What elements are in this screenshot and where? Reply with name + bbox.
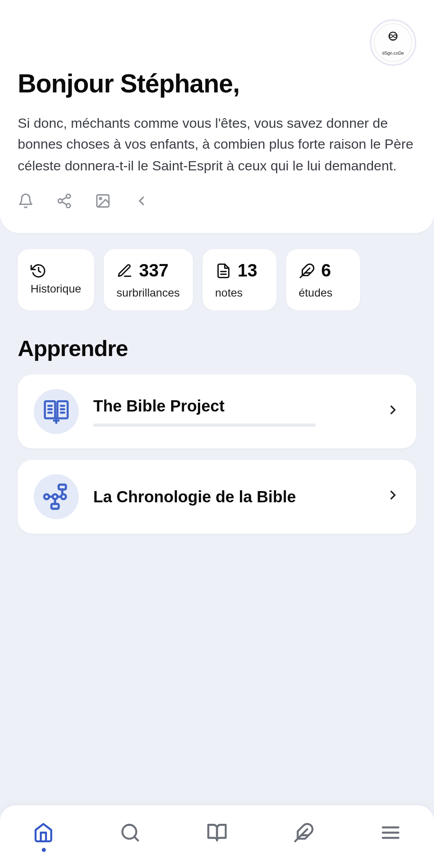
timeline-icon [34, 474, 79, 519]
stats-row: Historique 337 surbrillances 13 notes [0, 233, 434, 310]
svg-line-8 [62, 197, 66, 200]
svg-line-7 [62, 202, 66, 205]
stat-card-studies[interactable]: 6 études [286, 249, 360, 310]
stat-label-highlights: surbrillances [117, 286, 180, 299]
learn-title-chronology: La Chronologie de la Bible [93, 487, 371, 506]
learn-card-bible-project[interactable]: The Bible Project [18, 375, 416, 448]
stat-card-notes[interactable]: 13 notes [202, 249, 276, 310]
history-icon [31, 263, 47, 279]
stat-card-highlights[interactable]: 337 surbrillances [104, 249, 192, 310]
bible-icon [34, 389, 79, 434]
header-card: dSgn.coDe Bonjour Stéphane, Si donc, méc… [0, 0, 434, 233]
stat-value-studies: 6 [321, 260, 331, 281]
svg-point-1 [389, 34, 392, 37]
stat-value-notes: 13 [237, 260, 257, 281]
nav-read[interactable] [197, 815, 237, 858]
learn-section-title: Apprendre [0, 310, 434, 375]
nav-search[interactable] [110, 815, 150, 858]
stat-label-notes: notes [215, 286, 243, 299]
chevron-right-icon [386, 488, 400, 506]
learn-title-bible-project: The Bible Project [93, 396, 371, 416]
image-icon[interactable] [95, 193, 111, 209]
bottom-nav [0, 805, 434, 868]
nav-menu[interactable] [371, 815, 411, 858]
chevron-left-icon[interactable] [133, 193, 149, 209]
avatar[interactable]: dSgn.coDe [370, 19, 416, 66]
avatar-face-icon [385, 30, 401, 49]
progress-bar [93, 424, 316, 427]
stat-value-highlights: 337 [139, 260, 168, 281]
nav-home[interactable] [23, 815, 63, 858]
edit-icon [117, 263, 133, 279]
verse-text: Si donc, méchants comme vous l'êtes, vou… [18, 113, 416, 177]
share-icon[interactable] [56, 193, 72, 209]
nav-active-dot [41, 848, 45, 852]
stat-label-studies: études [299, 286, 332, 299]
bell-icon[interactable] [18, 193, 34, 209]
svg-line-35 [134, 836, 138, 840]
stat-card-history[interactable]: Historique [18, 249, 94, 310]
svg-point-10 [100, 198, 102, 200]
nav-study[interactable] [284, 815, 324, 858]
verse-action-row [18, 193, 416, 209]
note-icon [215, 263, 231, 279]
learn-card-chronology[interactable]: La Chronologie de la Bible [18, 460, 416, 534]
feather-icon [299, 263, 315, 279]
stat-label-history: Historique [31, 282, 81, 295]
svg-point-2 [393, 34, 396, 37]
greeting-title: Bonjour Stéphane, [18, 69, 416, 99]
avatar-caption: dSgn.coDe [382, 50, 404, 55]
chevron-right-icon [386, 403, 400, 420]
svg-rect-33 [51, 504, 59, 509]
